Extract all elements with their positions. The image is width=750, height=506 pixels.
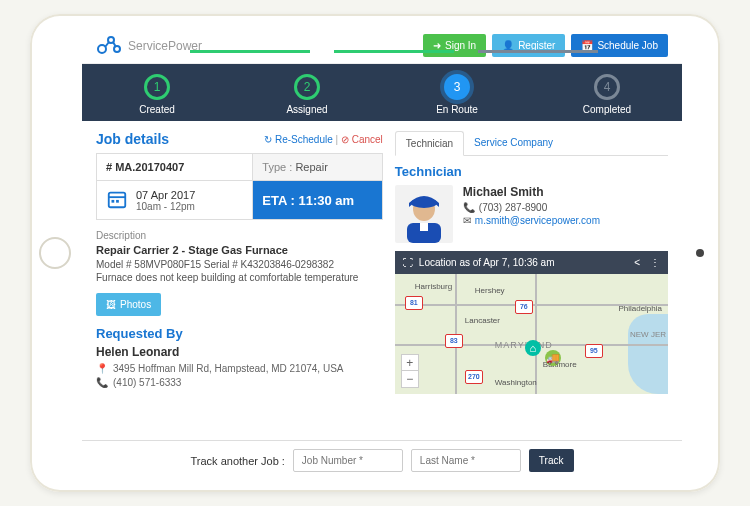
technician-phone: 📞 (703) 287-8900 — [463, 202, 600, 213]
step-label: Completed — [532, 104, 682, 115]
expand-icon[interactable]: ⛶ — [403, 257, 413, 268]
svg-rect-5 — [109, 193, 126, 208]
step-number: 2 — [294, 74, 320, 100]
description-issue: Furnace does not keep building at comfor… — [96, 272, 383, 283]
menu-icon[interactable]: ⋮ — [650, 257, 660, 268]
city-washington: Washington — [495, 378, 537, 387]
phone-icon: 📞 — [96, 377, 108, 388]
description-title: Repair Carrier 2 - Stage Gas Furnace — [96, 244, 383, 256]
technician-avatar — [395, 185, 453, 243]
cancel-link[interactable]: ⊘ Cancel — [341, 134, 383, 145]
mail-icon: ✉ — [463, 215, 471, 226]
photos-button[interactable]: 🖼 Photos — [96, 293, 161, 316]
job-details-title: Job details — [96, 131, 169, 147]
job-number-input[interactable] — [293, 449, 403, 472]
reschedule-link[interactable]: ↻ Re-Schedule — [264, 134, 333, 145]
track-button[interactable]: Track — [529, 449, 574, 472]
job-eta: ETA : 11:30 am — [252, 181, 381, 219]
city-harrisburg: Harrisburg — [415, 282, 452, 291]
requester-name: Helen Leonard — [96, 345, 383, 359]
right-column: Technician Service Company Technician Mi… — [395, 131, 668, 394]
technician-pin[interactable]: 🚚 — [545, 350, 561, 366]
job-schedule: 07 Apr 2017 10am - 12pm — [97, 181, 252, 219]
schedule-label: Schedule Job — [597, 40, 658, 51]
info-tabs: Technician Service Company — [395, 131, 668, 156]
job-window: 10am - 12pm — [136, 201, 195, 212]
requester-address: 📍 3495 Hoffman Mill Rd, Hampstead, MD 21… — [96, 363, 383, 374]
svg-point-11 — [411, 198, 437, 208]
city-lancaster: Lancaster — [465, 316, 500, 325]
shield-270: 270 — [465, 370, 483, 384]
step-number: 3 — [444, 74, 470, 100]
shield-81: 81 — [405, 296, 423, 310]
camera-dot — [696, 249, 704, 257]
shield-83: 83 — [445, 334, 463, 348]
progress-line-3 — [478, 50, 598, 53]
tab-service-company[interactable]: Service Company — [464, 131, 563, 155]
step-label: En Route — [382, 104, 532, 115]
city-hershey: Hershey — [475, 286, 505, 295]
register-button[interactable]: 👤 Register — [492, 34, 565, 57]
pin-icon: 📍 — [96, 363, 108, 374]
share-icon[interactable]: < — [634, 257, 640, 268]
technician-heading: Technician — [395, 164, 668, 179]
left-column: Job details ↻ Re-Schedule | ⊘ Cancel # M… — [96, 131, 383, 394]
svg-rect-8 — [116, 200, 119, 203]
step-number: 4 — [594, 74, 620, 100]
step-label: Created — [82, 104, 232, 115]
step-number: 1 — [144, 74, 170, 100]
calendar-icon — [106, 188, 128, 212]
progress-line-2 — [334, 50, 454, 53]
shield-95: 95 — [585, 344, 603, 358]
shield-76: 76 — [515, 300, 533, 314]
map-header: ⛶ Location as of Apr 7, 10:36 am < ⋮ — [395, 251, 668, 274]
technician-email[interactable]: ✉ m.smith@servicepower.com — [463, 215, 600, 226]
brand: ServicePower — [96, 35, 202, 57]
job-date: 07 Apr 2017 — [136, 189, 195, 201]
description-label: Description — [96, 230, 383, 241]
svg-line-4 — [113, 42, 116, 47]
photos-label: Photos — [120, 299, 151, 310]
last-name-input[interactable] — [411, 449, 521, 472]
map-zoom: + − — [401, 354, 419, 388]
schedule-job-button[interactable]: 📅 Schedule Job — [571, 34, 668, 57]
track-label: Track another Job : — [191, 455, 285, 467]
brand-logo-icon — [96, 35, 122, 57]
svg-rect-13 — [420, 223, 428, 231]
job-number: # MA.20170407 — [97, 154, 252, 181]
job-action-links: ↻ Re-Schedule | ⊘ Cancel — [264, 134, 383, 145]
job-info-table: # MA.20170407 Type : Repair 07 Apr 2017 … — [96, 153, 383, 220]
header-actions: ➜ Sign In 👤 Register 📅 Schedule Job — [423, 34, 668, 57]
state-newjersey: NEW JER — [630, 330, 666, 339]
svg-rect-7 — [112, 200, 115, 203]
description-model: Model # 58MVP080F15 Serial # K43203846-0… — [96, 259, 383, 270]
step-created: 1 Created — [82, 74, 232, 115]
state-maryland: MARYLAND — [495, 340, 553, 350]
home-button[interactable] — [39, 237, 71, 269]
tab-technician[interactable]: Technician — [395, 131, 464, 156]
technician-card: Michael Smith 📞 (703) 287-8900 ✉ m.smith… — [395, 185, 668, 243]
step-label: Assigned — [232, 104, 382, 115]
step-completed: 4 Completed — [532, 74, 682, 115]
phone-icon: 📞 — [463, 202, 475, 213]
progress-line-1 — [190, 50, 310, 53]
signin-button[interactable]: ➜ Sign In — [423, 34, 486, 57]
step-enroute: 3 En Route — [382, 74, 532, 115]
city-philadelphia: Philadelphia — [618, 304, 662, 313]
home-pin[interactable]: ⌂ — [525, 340, 541, 356]
requested-by-heading: Requested By — [96, 326, 383, 341]
requester-phone: 📞 (410) 571-6333 — [96, 377, 383, 388]
photo-icon: 🖼 — [106, 299, 116, 310]
map-canvas[interactable]: Harrisburg Hershey Lancaster Philadelphi… — [395, 274, 668, 394]
topbar: ServicePower ➜ Sign In 👤 Register 📅 Sche… — [82, 26, 682, 64]
job-type: Type : Repair — [252, 154, 381, 181]
track-bar: Track another Job : Track — [82, 440, 682, 480]
technician-name: Michael Smith — [463, 185, 600, 199]
step-assigned: 2 Assigned — [232, 74, 382, 115]
app-screen: ServicePower ➜ Sign In 👤 Register 📅 Sche… — [82, 26, 682, 480]
zoom-in-button[interactable]: + — [402, 355, 418, 371]
zoom-out-button[interactable]: − — [402, 371, 418, 387]
map-header-text: Location as of Apr 7, 10:36 am — [419, 257, 555, 268]
progress-bar: 1 Created 2 Assigned 3 En Route 4 Comple… — [82, 64, 682, 121]
svg-line-3 — [105, 42, 109, 47]
